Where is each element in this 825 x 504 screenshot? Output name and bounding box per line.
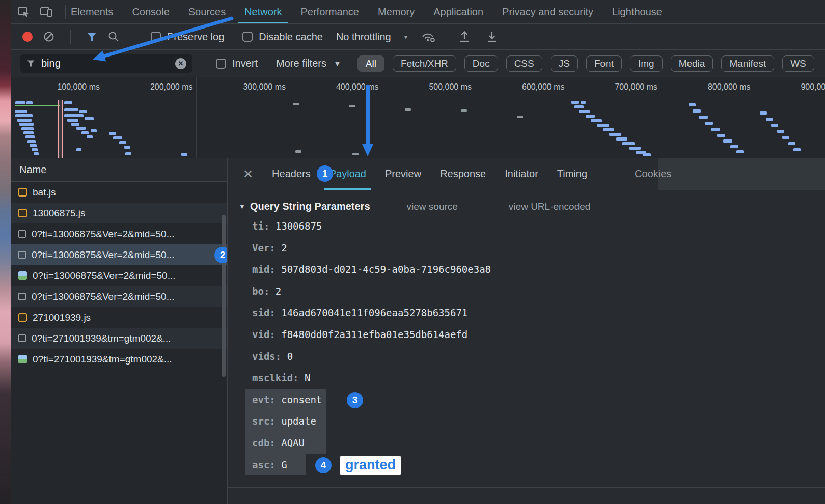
more-filters-label: More filters xyxy=(276,58,326,69)
param-list: ti: 13006875Ver: 2mid: 507d803d-d021-4c5… xyxy=(252,215,825,475)
detail-tab-timing[interactable]: Timing xyxy=(557,158,587,190)
import-har-icon[interactable] xyxy=(458,30,471,43)
view-source-link[interactable]: view source xyxy=(407,201,458,212)
grid-line xyxy=(754,77,754,159)
waterfall-bar xyxy=(349,105,355,107)
tab-elements[interactable]: Elements xyxy=(71,0,113,23)
chip-img[interactable]: Img xyxy=(630,55,663,72)
clear-filter-icon[interactable]: ✕ xyxy=(175,58,186,69)
preserve-log-label: Preserve log xyxy=(167,31,224,43)
filter-icon[interactable] xyxy=(86,32,97,42)
request-row[interactable]: 0?ti=271001939&tm=gtm002&... xyxy=(11,349,227,370)
detail-tab-initiator[interactable]: Initiator xyxy=(505,158,538,190)
tab-performance[interactable]: Performance xyxy=(301,0,360,23)
param-value: 507d803d-d021-4c59-a0ba-7196c960e3a8 xyxy=(281,264,491,275)
throttling-select[interactable]: No throttling ▾ xyxy=(336,31,407,43)
waterfall-bar xyxy=(579,110,590,113)
request-name: 0?ti=13006875&Ver=2&mid=50... xyxy=(32,291,174,302)
chip-font[interactable]: Font xyxy=(586,55,622,72)
clear-network-log-icon[interactable] xyxy=(43,31,55,43)
request-list: bat.js13006875.js0?ti=13006875&Ver=2&mid… xyxy=(11,182,227,370)
tab-memory[interactable]: Memory xyxy=(378,0,415,23)
scrollbar-thumb[interactable] xyxy=(222,215,226,377)
waterfall-bar xyxy=(293,103,299,105)
tab-privacy-and-security[interactable]: Privacy and security xyxy=(502,0,593,23)
detail-tab-payload[interactable]: Payload xyxy=(329,158,366,190)
param-row: msclkid: N xyxy=(252,367,825,389)
tab-console[interactable]: Console xyxy=(132,0,169,23)
device-toolbar-icon[interactable] xyxy=(40,6,53,18)
inspect-element-icon[interactable] xyxy=(17,6,30,18)
file-icon xyxy=(18,251,26,259)
chip-doc[interactable]: Doc xyxy=(464,55,498,72)
network-conditions-icon[interactable] xyxy=(421,31,436,43)
filter-input[interactable]: bing ✕ xyxy=(20,54,193,73)
chip-media[interactable]: Media xyxy=(671,55,713,72)
chip-css[interactable]: CSS xyxy=(506,55,542,72)
view-url-encoded-link[interactable]: view URL-encoded xyxy=(509,201,591,212)
param-row: cdb: AQAU xyxy=(252,432,825,454)
request-details-pane: ✕ HeadersPayloadPreviewResponseInitiator… xyxy=(228,158,825,504)
request-row[interactable]: 0?ti=13006875&Ver=2&mid=50...2 xyxy=(11,244,227,265)
param-key: vid: xyxy=(252,329,276,340)
detail-tab-preview[interactable]: Preview xyxy=(385,158,421,190)
image-icon xyxy=(18,355,27,363)
waterfall-bar xyxy=(693,109,701,113)
request-row[interactable]: 0?ti=13006875&Ver=2&mid=50... xyxy=(11,223,227,244)
param-value: f8480dd0f2a311efba01e35db614aefd xyxy=(281,329,468,340)
grid-line xyxy=(103,77,103,159)
request-row[interactable]: 0?ti=271001939&tm=gtm002&... xyxy=(11,328,227,349)
param-value: 2 xyxy=(281,242,287,254)
detail-tab-response[interactable]: Response xyxy=(440,158,486,190)
detail-tab-headers[interactable]: Headers xyxy=(272,158,311,190)
request-row[interactable]: 271001939.js xyxy=(11,307,227,328)
waterfall-bar xyxy=(76,148,81,151)
request-row[interactable]: 0?ti=13006875&Ver=2&mid=50... xyxy=(11,286,227,307)
disable-cache-checkbox[interactable] xyxy=(242,32,253,42)
resource-type-chips: AllFetch/XHRDocCSSJSFontImgMediaManifest… xyxy=(358,55,814,72)
network-overview[interactable]: 100,000 ms200,000 ms300,000 ms400,000 ms… xyxy=(11,77,825,159)
param-row: ti: 13006875 xyxy=(252,215,825,237)
search-icon[interactable] xyxy=(107,31,120,43)
chip-fetch-xhr[interactable]: Fetch/XHR xyxy=(393,55,456,72)
chip-all[interactable]: All xyxy=(358,55,384,72)
waterfall-bar xyxy=(30,144,37,147)
param-key: mid: xyxy=(252,264,276,275)
export-har-icon[interactable] xyxy=(486,30,498,43)
funnel-icon xyxy=(26,60,35,67)
tabbar-overflow-area xyxy=(658,158,825,190)
overview-grid: 100,000 ms200,000 ms300,000 ms400,000 ms… xyxy=(11,77,825,159)
chip-manifest[interactable]: Manifest xyxy=(721,55,774,72)
timeline-label: 800,000 ms xyxy=(677,82,751,92)
close-icon[interactable]: ✕ xyxy=(243,168,253,180)
tab-lighthouse[interactable]: Lighthouse xyxy=(612,0,662,23)
param-row: Ver: 2 xyxy=(252,237,825,259)
invert-checkbox[interactable] xyxy=(216,59,226,69)
param-key: src: xyxy=(252,415,276,427)
tab-application[interactable]: Application xyxy=(433,0,483,23)
waterfall-bar xyxy=(125,152,131,155)
chip-ws[interactable]: WS xyxy=(782,55,814,72)
request-row[interactable]: bat.js xyxy=(11,182,227,203)
record-network-log-icon[interactable] xyxy=(22,32,33,42)
waterfall-bar xyxy=(717,134,725,137)
waterfall-bar xyxy=(622,142,635,145)
collapse-triangle-icon[interactable]: ▼ xyxy=(239,203,245,210)
name-column-header[interactable]: Name xyxy=(11,158,227,182)
tab-sources[interactable]: Sources xyxy=(188,0,226,23)
preserve-log-checkbox[interactable] xyxy=(151,32,161,42)
file-icon xyxy=(18,230,26,238)
waterfall-bar xyxy=(23,131,34,134)
waterfall-bar xyxy=(699,116,708,119)
param-row: evt: consent3 xyxy=(252,389,825,411)
detail-tab-cookies[interactable]: Cookies xyxy=(635,158,671,190)
waterfall-bar xyxy=(629,147,641,150)
request-row[interactable]: 0?ti=13006875&Ver=2&mid=50... xyxy=(11,265,227,286)
chip-js[interactable]: JS xyxy=(551,55,578,72)
more-filters-button[interactable]: More filters ▼ xyxy=(276,58,341,69)
request-row[interactable]: 13006875.js xyxy=(11,203,227,223)
file-icon xyxy=(18,293,26,300)
tab-network[interactable]: Network xyxy=(244,0,282,23)
param-value: update xyxy=(281,415,316,427)
param-key: ti: xyxy=(252,220,269,232)
